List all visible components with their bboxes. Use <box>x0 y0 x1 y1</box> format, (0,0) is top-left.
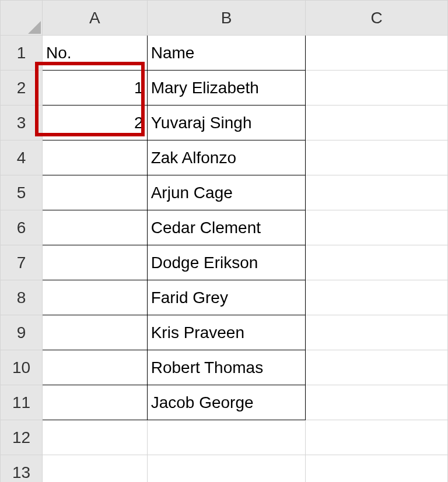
cell-B1[interactable]: Name <box>147 36 306 71</box>
row-header-13[interactable]: 13 <box>1 455 43 483</box>
row-header-11[interactable]: 11 <box>1 385 43 420</box>
cell-B5[interactable]: Arjun Cage <box>147 175 306 210</box>
row-header-12[interactable]: 12 <box>1 420 43 455</box>
row-header-9[interactable]: 9 <box>1 315 43 350</box>
cell-C11[interactable] <box>306 385 448 420</box>
cell-C1[interactable] <box>306 36 448 71</box>
cell-C13[interactable] <box>306 455 448 483</box>
cell-A5[interactable] <box>42 175 147 210</box>
cell-C4[interactable] <box>306 140 448 175</box>
cell-B2[interactable]: Mary Elizabeth <box>147 71 306 105</box>
cell-A2[interactable]: 1 <box>42 71 147 105</box>
cell-A12[interactable] <box>42 420 147 455</box>
grid: A B C 1 No. Name 2 1 Mary Elizabeth 3 2 … <box>0 0 448 482</box>
cell-B8[interactable]: Farid Grey <box>147 280 306 315</box>
cell-C12[interactable] <box>306 420 448 455</box>
cell-C3[interactable] <box>306 105 448 140</box>
cell-A9[interactable] <box>42 315 147 350</box>
cell-A6[interactable] <box>42 210 147 245</box>
cell-A3[interactable]: 2 <box>42 105 147 140</box>
col-header-C[interactable]: C <box>306 1 448 36</box>
col-header-A[interactable]: A <box>42 1 147 36</box>
cell-A4[interactable] <box>42 140 147 175</box>
cell-B12[interactable] <box>147 420 306 455</box>
cell-B11[interactable]: Jacob George <box>147 385 306 420</box>
cell-A7[interactable] <box>42 245 147 280</box>
row-header-3[interactable]: 3 <box>1 105 43 140</box>
select-all-triangle[interactable] <box>1 1 43 36</box>
cell-A8[interactable] <box>42 280 147 315</box>
cell-B7[interactable]: Dodge Erikson <box>147 245 306 280</box>
cell-C10[interactable] <box>306 350 448 385</box>
cell-A11[interactable] <box>42 385 147 420</box>
cell-C7[interactable] <box>306 245 448 280</box>
row-header-7[interactable]: 7 <box>1 245 43 280</box>
cell-C5[interactable] <box>306 175 448 210</box>
cell-C8[interactable] <box>306 280 448 315</box>
row-header-4[interactable]: 4 <box>1 140 43 175</box>
cell-B6[interactable]: Cedar Clement <box>147 210 306 245</box>
row-header-10[interactable]: 10 <box>1 350 43 385</box>
cell-A1[interactable]: No. <box>42 36 147 71</box>
row-header-6[interactable]: 6 <box>1 210 43 245</box>
svg-marker-0 <box>28 21 41 34</box>
cell-B3[interactable]: Yuvaraj Singh <box>147 105 306 140</box>
row-header-8[interactable]: 8 <box>1 280 43 315</box>
row-header-5[interactable]: 5 <box>1 175 43 210</box>
cell-B10[interactable]: Robert Thomas <box>147 350 306 385</box>
cell-C9[interactable] <box>306 315 448 350</box>
cell-C6[interactable] <box>306 210 448 245</box>
row-header-2[interactable]: 2 <box>1 71 43 105</box>
cell-A13[interactable] <box>42 455 147 483</box>
select-all-icon <box>28 21 41 34</box>
cell-C2[interactable] <box>306 71 448 105</box>
row-header-1[interactable]: 1 <box>1 36 43 71</box>
cell-A10[interactable] <box>42 350 147 385</box>
cell-B9[interactable]: Kris Praveen <box>147 315 306 350</box>
cell-B4[interactable]: Zak Alfonzo <box>147 140 306 175</box>
col-header-B[interactable]: B <box>147 1 306 36</box>
spreadsheet: A B C 1 No. Name 2 1 Mary Elizabeth 3 2 … <box>0 0 448 482</box>
cell-B13[interactable] <box>147 455 306 483</box>
